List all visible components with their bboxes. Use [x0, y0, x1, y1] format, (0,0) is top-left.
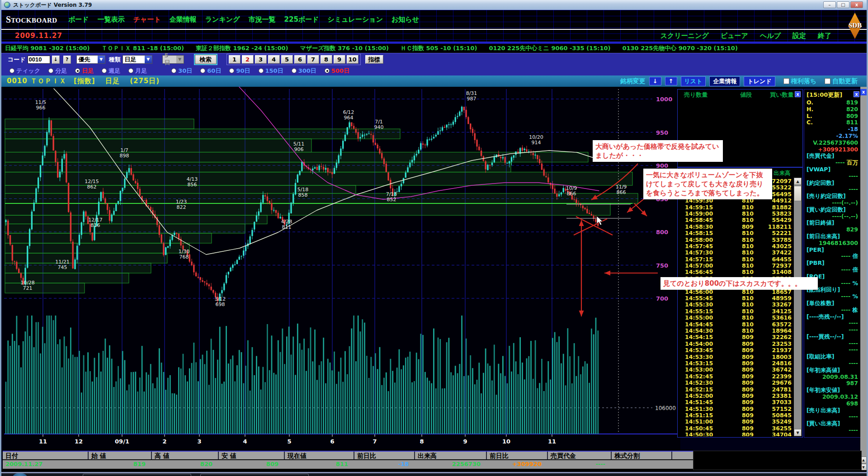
menu-item-市況一覧[interactable]: 市況一覧 — [249, 15, 276, 24]
code-input[interactable] — [28, 56, 50, 64]
orderbook-close-icon[interactable]: x — [795, 91, 801, 97]
link-終了[interactable]: 終了 — [818, 32, 831, 40]
radio-60日[interactable]: 60日 — [200, 67, 221, 75]
link-ビューア[interactable]: ビューア — [721, 32, 748, 40]
chart-slot-7[interactable]: 7 — [307, 55, 319, 64]
radio-150日[interactable]: 150日 — [259, 67, 283, 75]
tape-price: 809 — [727, 379, 754, 386]
candlestick-chart[interactable]: 111209/123456789101110009509008508007507… — [3, 87, 680, 450]
link-ヘルプ[interactable]: ヘルプ — [760, 32, 781, 40]
radio-ティック[interactable]: ティック — [9, 67, 40, 75]
link-スクリーニング[interactable]: スクリーニング — [660, 32, 709, 40]
tape-scroll-thumb[interactable] — [794, 186, 802, 201]
summary-header-前日比: 前日比 — [354, 452, 415, 459]
search-button[interactable]: 検索 — [195, 55, 217, 64]
svg-text:5: 5 — [287, 438, 291, 445]
menu-item-ボード[interactable]: ボード — [68, 15, 89, 24]
indicator-button[interactable]: 指標 — [365, 55, 383, 64]
code-down-button[interactable]: ↓ — [52, 56, 60, 64]
tape-row: 14:53:0080936742 — [678, 366, 793, 372]
taskbar-button[interactable] — [83, 474, 191, 476]
title-bar[interactable]: ストックボード Version 3.79 – □ x — [1, 0, 867, 10]
priority-select[interactable]: 優先▼ — [76, 55, 105, 64]
chart-slot-9[interactable]: 9 — [334, 55, 345, 64]
menu-item-一覧表示[interactable]: 一覧表示 — [98, 15, 125, 24]
minimize-button[interactable]: – — [823, 1, 836, 8]
company-info-button[interactable]: 企業情報 — [709, 76, 740, 86]
radio-90日[interactable]: 90日 — [229, 67, 250, 75]
menu-item-ランキング[interactable]: ランキング — [205, 15, 240, 24]
tape-time: 14:54:00 — [685, 340, 713, 347]
svg-text:6/12964: 6/12964 — [343, 109, 354, 121]
info-row: 2009.03.12 — [804, 393, 861, 400]
info-row: [取組比率] — [804, 353, 861, 360]
radio-dot — [229, 68, 234, 73]
maximize-button[interactable]: □ — [837, 1, 849, 8]
tape-row: 14:55:4581048959 — [678, 295, 793, 301]
chart-slot-4[interactable]: 4 — [268, 55, 280, 64]
auto-update-checkbox[interactable] — [825, 78, 830, 84]
chart-slot-3[interactable]: 3 — [255, 55, 267, 64]
chart-slot-6[interactable]: 6 — [294, 55, 306, 64]
radio-週足[interactable]: 週足 — [102, 67, 120, 75]
tape-time: 14:50:45 — [685, 425, 713, 432]
taskbar-button[interactable] — [200, 474, 309, 476]
info-row: C.811 — [804, 119, 861, 126]
rights-off-checkbox[interactable] — [783, 78, 789, 84]
info-close-icon[interactable]: x — [854, 91, 859, 97]
type-select[interactable]: 日足▼ — [123, 55, 152, 64]
trend-button[interactable]: トレンド — [744, 76, 775, 86]
link-設定[interactable]: 設定 — [793, 32, 806, 40]
svg-text:4/13856: 4/13856 — [187, 176, 198, 188]
summary-header-現在値: 現在値 — [285, 452, 354, 459]
tape-scroll-up-icon[interactable]: ▲ — [794, 178, 802, 185]
menu-item-チャート[interactable]: チャート — [133, 15, 161, 24]
chart-slot-2[interactable]: 2 — [242, 55, 254, 64]
info-row: ---- 倍 — [804, 253, 861, 259]
radio-分足[interactable]: 分足 — [48, 67, 67, 75]
windows-taskbar[interactable] — [1, 473, 867, 476]
info-unit: 倍 — [850, 253, 858, 259]
symbol-down-button[interactable]: ↓ — [649, 77, 661, 85]
info-row: ---- 百万 — [804, 159, 861, 166]
svg-text:1/7898: 1/7898 — [120, 147, 129, 159]
chart-slot-10[interactable]: 10 — [347, 55, 359, 64]
info-unit: % — [850, 293, 858, 300]
symbol-up-button[interactable]: ↑ — [665, 77, 677, 85]
tape-row: 14:58:30809118211 — [678, 223, 793, 230]
tape-price: 809 — [727, 373, 754, 380]
chart-slot-1[interactable]: 1 — [229, 55, 241, 64]
chart-slot-5[interactable]: 5 — [281, 55, 293, 64]
info-value: ---- — [849, 186, 858, 193]
list-button[interactable]: リスト — [681, 76, 706, 86]
summary-value: 820 — [152, 460, 219, 469]
tape-row: 14:51:1580950845 — [678, 412, 793, 418]
start-orb-icon[interactable] — [12, 473, 28, 476]
info-value: ---- — [849, 346, 858, 353]
menu-item-シミュレーション[interactable]: シミュレーション — [328, 15, 383, 24]
menu-item-225ボード[interactable]: 225ボード — [284, 15, 319, 24]
chart-slot-8[interactable]: 8 — [321, 55, 332, 64]
stockboard-window: ストックボード Version 3.79 – □ x STOCKBOARD ボー… — [0, 0, 868, 476]
radio-300日[interactable]: 300日 — [292, 67, 316, 75]
radio-日足[interactable]: 日足 — [75, 67, 94, 75]
tape-row: 14:55:0081053616 — [678, 314, 793, 320]
ticker-item: ＴＯＰＩＸ 811 -18 (15:00) — [102, 44, 184, 52]
right-scrollbar[interactable]: x ▲ ▼ — [860, 87, 867, 471]
tape-scroll-down-icon[interactable]: ▼ — [794, 429, 802, 436]
svg-text:10: 10 — [502, 438, 510, 445]
radio-30日[interactable]: 30日 — [171, 67, 192, 75]
radio-500日[interactable]: 500日 — [325, 67, 349, 75]
ticker-item: 0120 225先中心ミニ 9060 -335 (15:10) — [489, 44, 610, 52]
radio-月足[interactable]: 月足 — [128, 67, 147, 75]
tape-scrollbar[interactable]: ▲ ▼ — [794, 178, 802, 436]
tape-volume: 18964 — [755, 327, 792, 334]
svg-text:12: 12 — [75, 438, 83, 445]
menu-item-お知らせ[interactable]: お知らせ — [392, 15, 419, 24]
menu-item-企業情報[interactable]: 企業情報 — [170, 15, 197, 24]
strip-close-icon[interactable]: x — [860, 89, 867, 95]
symbol-change-label: 銘柄変更 — [620, 77, 646, 85]
help-button[interactable]: ? — [63, 56, 71, 64]
close-button[interactable]: x — [850, 1, 863, 8]
tape-volume: 34704 — [755, 431, 792, 436]
